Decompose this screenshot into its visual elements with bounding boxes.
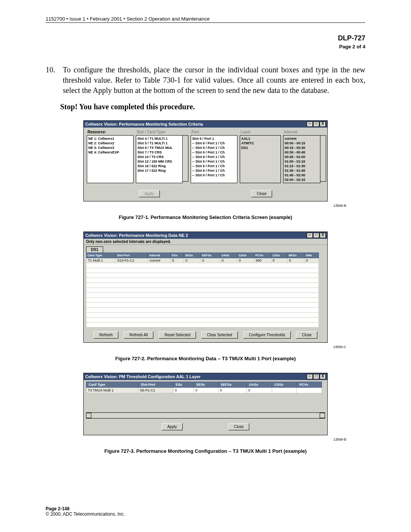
col-header: ESs [173,382,194,388]
figure-id: 13568-B [46,438,346,441]
stop-text: Stop! You have completed this procedure. [60,102,365,111]
figure-caption: Figure 727-3. Performance Monitoring Con… [46,448,365,454]
col-header: CSSs [237,253,254,258]
col-header: Card Type [86,382,139,388]
list-item[interactable]: Slot 4 / T1 MULTI 1 [137,136,181,141]
list-item[interactable]: NE 2: Cellworx2 [88,141,132,145]
pm-data-dialog: Cellworx Vision: Performance Monitoring … [83,232,328,343]
table-row[interactable]: T1 Multi 1S10-P1-C1current 000 00900 000 [86,258,319,263]
step-text: To configure the thresholds, place the c… [63,65,365,96]
close-icon[interactable]: X [320,121,326,127]
list-item[interactable]: 00:45 - 01:00 [285,155,319,159]
h-scrollbar[interactable] [86,412,325,419]
list-item[interactable]: -- Slot 6 / Port 1 / Ch [192,155,236,159]
apply-button[interactable]: Apply [162,423,183,430]
minimize-icon[interactable]: – [307,233,313,238]
scrollbar[interactable] [183,135,188,182]
maximize-icon[interactable]: □ [313,374,319,379]
scrollbar[interactable] [320,135,326,182]
col-header: BESs [287,253,304,258]
close-button[interactable]: Close [251,190,272,197]
resource-list[interactable]: NE 1: Cellworx1 NE 2: Cellworx2 NE 3: Ce… [87,135,134,183]
list-item[interactable]: Slot 6 / T3 TMUX MUL [137,145,181,150]
list-item[interactable]: Slot 7 / T3 CRS [137,150,181,155]
table-row[interactable]: T3 TMUX Multi 1 S6-P1-C1 0 0 0 0 [86,388,322,393]
list-item[interactable]: 01:15 - 01:30 [285,164,319,168]
col-header: UASs [220,253,237,258]
table-row [86,293,319,298]
pm-threshold-dialog: Cellworx Vision: PM Threshold Configurat… [83,373,328,435]
list-item[interactable]: -- Slot 6 / Port 1 / Ch [192,159,236,164]
list-item[interactable]: 00:15 - 00:30 [285,145,319,150]
apply-button[interactable]: Apply [139,190,160,197]
port-list[interactable]: Slot 6 / Port 1 -- Slot 6 / Port 1 / Ch … [191,135,237,183]
doc-header: 1152700 • Issue 1 • February 2001 • Sect… [46,16,365,23]
list-item[interactable]: current [285,136,319,141]
table-row [86,288,319,293]
layer-label: Layer [240,130,281,135]
list-item[interactable]: -- Slot 6 / Port 1 / Ch [192,141,236,145]
col-header: PCVs [297,382,322,388]
list-item[interactable]: AAL1 [241,136,279,141]
interval-label: Interval [283,130,326,135]
minimize-icon[interactable]: – [307,121,313,127]
list-item[interactable]: -- Slot 6 / Port 1 / Ch [192,145,236,150]
tab-ds1[interactable]: DS1 [86,246,103,252]
col-header: SEFSs [218,382,247,388]
list-item[interactable]: -- Slot 6 / Port 1 / Ch [192,164,236,168]
configure-thresholds-button[interactable]: Configure Thresholds [243,331,291,339]
list-item[interactable]: NE 3: Cellworx3 [88,145,132,150]
dialog-title: Cellworx Vision: Performance Monitoring … [85,233,188,238]
refresh-all-button[interactable]: Refresh All [124,331,153,339]
col-header: SESs [194,382,218,388]
slot-list[interactable]: Slot 4 / T1 MULTI 1 Slot 5 / T1 MULTI 1 … [136,135,183,183]
table-row [86,278,319,283]
footer-page: Page 2-148 [46,506,125,511]
close-button[interactable]: Close [296,331,317,339]
close-button[interactable]: Close [228,423,250,430]
reset-selected-button[interactable]: Reset Selected [159,331,196,339]
list-item[interactable]: DS1 [241,145,279,150]
table-row [86,263,319,268]
step-number: 10. [46,65,55,96]
port-label: Port [191,130,237,135]
figure-id: 13555-C [46,345,346,349]
table-row [86,283,319,288]
dlp-heading: DLP-727 [46,34,365,42]
dialog-title: Cellworx Vision: PM Threshold Configurat… [85,374,201,379]
layer-list[interactable]: AAL1 ATM/TC DS1 [240,135,281,183]
dialog-title: Cellworx Vision: Performance Monitoring … [85,122,203,126]
list-item[interactable]: Slot 12 / 155 MM CRS [137,159,181,164]
list-item[interactable]: 01:30 - 01:45 [285,168,319,173]
figure-caption: Figure 727-2. Performance Monitoring Dat… [46,356,365,361]
close-icon[interactable]: X [320,233,326,238]
clear-selected-button[interactable]: Clear Selected [201,331,238,339]
list-item[interactable]: 01:00 - 01:15 [285,159,319,164]
col-header: Interval [148,253,170,258]
list-item[interactable]: -- Slot 6 / Port 1 / Ch [192,150,236,155]
list-item[interactable]: Slot 17 / 622 Ring [137,168,181,173]
maximize-icon[interactable]: □ [313,233,319,238]
list-item[interactable]: 02:00 - 02:15 [285,177,319,182]
list-item[interactable]: -- Slot 6 / Port 1 / Ch [192,168,236,173]
list-item[interactable]: -- Slot 6 / Port 1 / Ch [192,173,236,177]
interval-list[interactable]: current 00:00 - 00:15 00:15 - 00:30 00:3… [283,135,320,183]
list-item[interactable]: Slot 5 / T1 MULTI 1 [137,141,181,145]
figure-id: 13566-B [46,204,346,208]
list-item[interactable]: 00:00 - 00:15 [285,141,319,145]
pm-selection-dialog: Cellworx Vision: Performance Monitoring … [83,120,328,201]
refresh-button[interactable]: Refresh [94,331,118,339]
list-item[interactable]: Slot 10 / T3 CRS [137,155,181,159]
list-item[interactable]: ATM/TC [241,141,279,145]
list-item[interactable]: NE 1: Cellworx1 [88,136,132,141]
table-row [86,318,319,323]
list-item[interactable]: 00:30 - 00:45 [285,150,319,155]
list-item[interactable]: Slot 16 / 622 Ring [137,164,181,168]
maximize-icon[interactable]: □ [313,121,319,127]
close-icon[interactable]: X [320,374,326,379]
list-item[interactable]: Slot 6 / Port 1 [192,136,236,141]
list-item[interactable]: 01:45 - 02:00 [285,173,319,177]
minimize-icon[interactable]: – [307,374,313,379]
list-item[interactable]: NE 4: CellworxEXP [88,150,132,155]
slot-label: Slot / Card Type [136,130,188,135]
